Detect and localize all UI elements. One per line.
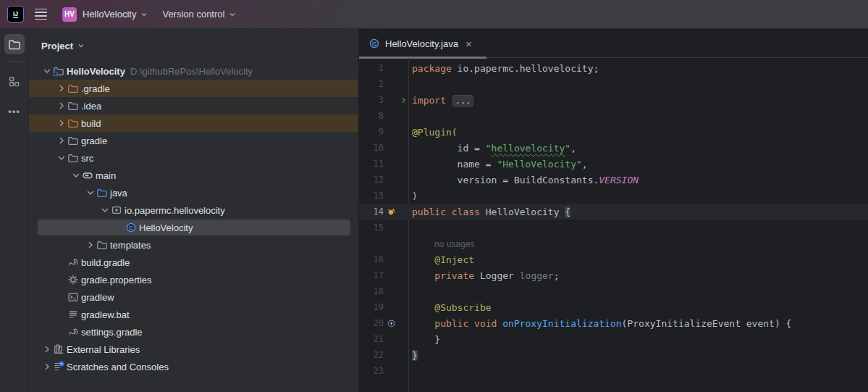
tree-item-label: src <box>81 153 93 164</box>
gutter-icon-slot <box>384 365 398 377</box>
package-icon <box>111 204 125 216</box>
code-text: public class HelloVelocity { <box>408 207 570 217</box>
chevron-down-icon[interactable] <box>84 187 96 199</box>
project-tool-button[interactable] <box>4 34 25 54</box>
vcs-selector[interactable]: Version control <box>162 9 236 20</box>
fold-slot <box>398 78 408 90</box>
gutter: 12 <box>359 172 408 188</box>
tab-close-icon[interactable]: × <box>465 38 472 49</box>
fold-slot <box>398 270 408 281</box>
tree-item-scratches-and-consoles[interactable]: Scratches and Consoles <box>29 358 358 375</box>
folder-src-icon <box>96 187 110 199</box>
event-gutter-icon[interactable] <box>384 317 398 329</box>
code-line-11: 11 name = "HelloVelocity", <box>359 156 868 172</box>
gutter-icon-slot <box>384 301 398 313</box>
fold-slot <box>398 365 408 377</box>
line-number: 19 <box>359 302 384 312</box>
project-folder-icon <box>53 65 67 77</box>
main-menu-icon[interactable] <box>35 9 47 20</box>
structure-tool-button[interactable] <box>4 71 25 91</box>
chevron-right-icon[interactable] <box>84 239 96 251</box>
chevron-down-icon[interactable] <box>69 170 82 181</box>
tree-item-hellovelocity[interactable]: HelloVelocityD:\githubRePos\HelloVelocit… <box>29 62 358 80</box>
tree-indent <box>55 326 67 338</box>
tree-item--gradle[interactable]: .gradle <box>29 80 358 97</box>
tree-item-build-gradle[interactable]: build.gradle <box>29 254 358 271</box>
fold-slot <box>398 190 408 201</box>
tree-item-build[interactable]: build <box>29 114 358 132</box>
fold-slot <box>398 62 408 74</box>
tree-item-src[interactable]: src <box>29 149 358 167</box>
fold-slot <box>398 317 408 329</box>
chevron-right-icon[interactable] <box>55 117 67 129</box>
chevron-down-icon[interactable] <box>98 204 111 216</box>
plugin-gutter-icon[interactable] <box>384 206 398 217</box>
code-line-1: 1package io.papermc.hellovelocity; <box>359 60 868 76</box>
library-icon <box>53 343 67 355</box>
code-text: @Inject <box>408 254 474 265</box>
tree-indent <box>55 274 67 285</box>
modules-icon <box>8 75 20 88</box>
chevron-down-icon[interactable] <box>55 152 67 164</box>
code-line-8: 8 <box>359 108 868 124</box>
code-line-16: 16 @Inject <box>359 251 868 267</box>
tree-item-io-papermc-hellovelocity[interactable]: io.papermc.hellovelocity <box>29 201 358 219</box>
project-panel-title: Project <box>41 41 73 51</box>
folder-excluded-icon <box>67 117 81 129</box>
chevron-right-icon[interactable] <box>55 83 67 94</box>
line-number: 11 <box>359 159 384 169</box>
tree-item-label: HelloVelocity <box>67 66 125 77</box>
gutter-icon-slot <box>384 190 398 201</box>
chevron-right-icon[interactable] <box>41 361 53 372</box>
gutter: 13 <box>359 188 408 204</box>
project-badge[interactable]: HV <box>62 7 77 22</box>
tree-item-external-libraries[interactable]: External Libraries <box>29 341 358 358</box>
more-tools-button[interactable]: ••• <box>4 101 25 121</box>
chevron-right-icon[interactable] <box>41 343 53 355</box>
editor-tab[interactable]: C HelloVelocity.java × <box>359 29 479 58</box>
tree-item-label: templates <box>110 240 151 251</box>
tree-item-main[interactable]: main <box>29 167 358 184</box>
tree-item-hellovelocity[interactable]: CHelloVelocity <box>29 219 358 236</box>
chevron-right-icon[interactable] <box>55 135 67 146</box>
line-number: 3 <box>359 95 384 105</box>
folded-imports[interactable]: ... <box>452 95 474 107</box>
project-panel-header[interactable]: Project <box>29 29 358 62</box>
tree-item-label: io.papermc.hellovelocity <box>125 205 225 216</box>
gutter-icon-slot <box>384 349 398 361</box>
code-text: @Plugin( <box>408 127 458 138</box>
chevron-right-icon[interactable] <box>55 100 67 112</box>
tree-item-settings-gradle[interactable]: settings.gradle <box>29 323 358 341</box>
line-number: 12 <box>359 175 384 185</box>
tree-item-gradle[interactable]: gradle <box>29 132 358 149</box>
intellij-logo-icon[interactable]: IJ <box>7 6 24 22</box>
code-line-15: 15 <box>359 220 868 235</box>
fold-slot <box>398 285 408 297</box>
code-text: @Subscribe <box>408 302 492 313</box>
code-text: version = BuildConstants.VERSION <box>408 175 639 185</box>
tree-item-gradlew[interactable]: gradlew <box>29 288 358 306</box>
chevron-down-icon[interactable] <box>41 65 53 77</box>
tree-item-gradle-properties[interactable]: gradle.properties <box>29 271 358 288</box>
code-text: public void onProxyInitialization(ProxyI… <box>408 318 791 329</box>
fold-slot <box>398 254 408 265</box>
tree-item-java[interactable]: java <box>29 184 358 201</box>
code-editor[interactable]: 1package io.papermc.hellovelocity;23impo… <box>359 58 868 392</box>
tree-item-gradlew-bat[interactable]: gradlew.bat <box>29 306 358 323</box>
code-line-12: 12 version = BuildConstants.VERSION <box>359 172 868 188</box>
code-text: package io.papermc.hellovelocity; <box>408 63 599 74</box>
tree-item--idea[interactable]: .idea <box>29 97 358 114</box>
tab-title: HelloVelocity.java <box>385 38 458 49</box>
tree-item-templates[interactable]: templates <box>29 236 358 254</box>
fold-chevron-icon[interactable] <box>398 94 408 106</box>
project-selector[interactable]: HelloVelocity <box>83 9 148 20</box>
code-text: ) <box>408 191 418 201</box>
fold-slot <box>398 174 408 185</box>
line-number: 18 <box>359 286 384 296</box>
code-line-9: 9@Plugin( <box>359 124 868 140</box>
code-line-10: 10 id = "hellovelocity", <box>359 140 868 156</box>
folder-excluded-icon <box>67 83 81 94</box>
gutter: 23 <box>359 363 408 379</box>
usages-inlay-hint[interactable]: no usages <box>434 239 474 249</box>
fold-slot <box>398 142 408 154</box>
